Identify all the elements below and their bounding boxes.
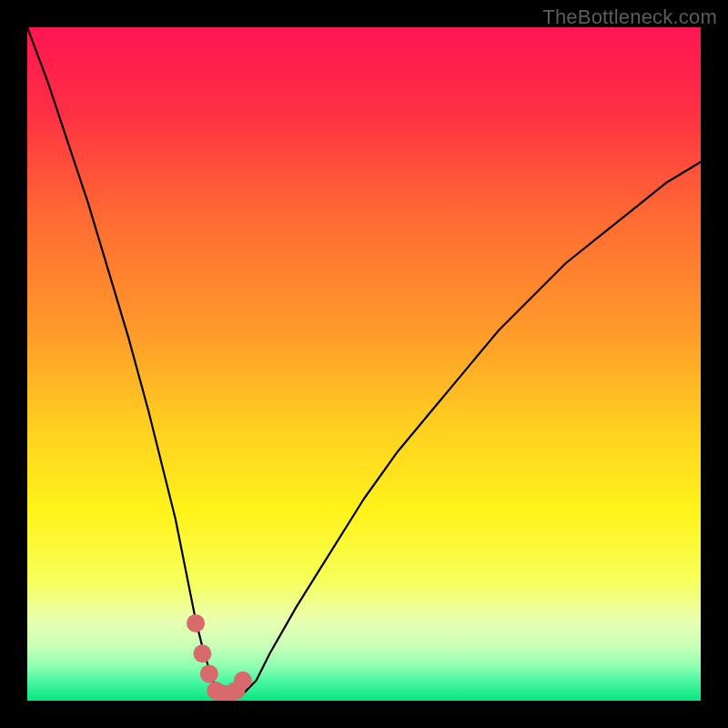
data-marker — [200, 664, 218, 682]
chart-svg — [27, 27, 701, 701]
gradient-background — [27, 27, 701, 701]
plot-area — [27, 27, 701, 701]
data-marker — [193, 644, 211, 662]
data-marker — [234, 672, 252, 690]
watermark-text: TheBottleneck.com — [542, 5, 717, 29]
data-marker — [187, 614, 205, 632]
chart-frame: TheBottleneck.com — [0, 0, 728, 728]
